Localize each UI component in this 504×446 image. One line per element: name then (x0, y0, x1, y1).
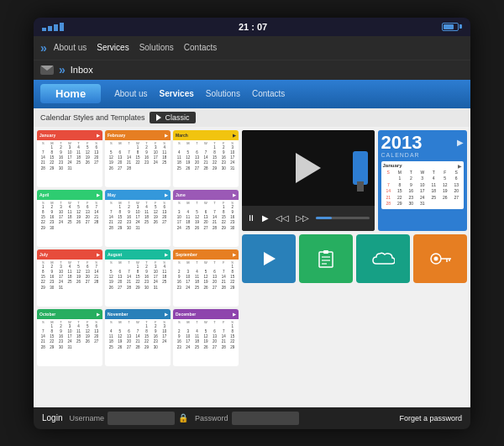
play-icon (259, 249, 279, 269)
phone-frame: 21 : 07 » About us Services Solutions Co… (34, 18, 470, 429)
icon-tiles (242, 234, 467, 283)
forward-button[interactable]: ▷▷ (296, 213, 309, 223)
calendar-august: August ▶ SMTWTFS 1234 567891011 12131415… (105, 249, 171, 307)
blue-nav: Home About us Services Solutions Contact… (34, 80, 470, 108)
calendar-june: June ▶ SMTWTFS 12 3456789 10111213141516… (173, 190, 239, 247)
nav-bar: » About us Services Solutions Contacts (34, 36, 470, 60)
may-days: SMTWTFS 123456 78910111213 1415161718192… (105, 200, 171, 232)
calendar-2013: 2013 ▶ CALENDAR January ▶ SMTWTFS 12345 (378, 130, 467, 231)
nav-solutions[interactable]: Solutions (139, 43, 174, 52)
nav-contacts[interactable]: Contacts (184, 43, 217, 52)
sep-label: September (176, 252, 197, 257)
blue-nav-contacts[interactable]: Contacts (252, 89, 285, 98)
tile-play[interactable] (242, 234, 296, 283)
calendar-section: January ▶ SMTWTFS 123456 78910111213 141… (37, 130, 239, 404)
blue-nav-solutions[interactable]: Solutions (206, 89, 240, 98)
username-group: Username 🔒 (69, 412, 188, 425)
password-label: Password (195, 414, 228, 422)
calendar-may: May ▶ SMTWTFS 123456 78910111213 1415161… (105, 190, 171, 247)
key-icon (429, 250, 451, 267)
cal-2013-year: 2013 (381, 134, 423, 152)
signal-bar-3 (54, 24, 58, 31)
cal-row-1: January ▶ SMTWTFS 123456 78910111213 141… (37, 130, 239, 187)
cloud-icon (371, 250, 395, 267)
signal-bar-4 (60, 23, 64, 31)
feb-label: February (108, 133, 125, 138)
username-label: Username (69, 414, 104, 422)
calendar-july: July ▶ SMTWTFS 1234567 891011121314 1516… (37, 249, 102, 307)
calendar-november: November ▶ SMTWTFS 123 45678910 11121314… (105, 309, 171, 366)
usb-dongle (353, 151, 368, 185)
forgot-password-link[interactable]: Forget a password (399, 414, 462, 422)
oct-days: SMTWTFS 123456 78910111213 1415161718192… (37, 319, 102, 351)
dec-nav: ▶ (233, 312, 236, 317)
cal-2013-label: CALENDAR (381, 152, 464, 158)
mar-nav: ▶ (233, 133, 236, 138)
battery-fill (444, 24, 454, 29)
username-input[interactable] (108, 412, 175, 425)
sep-nav: ▶ (233, 252, 236, 257)
login-bar: Login Username 🔒 Password Forget a passw… (34, 407, 470, 429)
jul-label: July (39, 252, 48, 257)
lock-icon: 🔒 (178, 413, 188, 422)
pause-button[interactable]: ⏸ (247, 213, 255, 223)
password-group: Password (195, 412, 299, 425)
progress-bar[interactable] (316, 217, 370, 219)
apr-nav: ▶ (97, 192, 100, 197)
progress-fill (316, 217, 332, 219)
video-play-icon[interactable] (296, 153, 321, 183)
blue-nav-services[interactable]: Services (160, 89, 194, 98)
email-icon (40, 66, 54, 75)
nav-about[interactable]: About us (54, 43, 87, 52)
top-right-row: ⏸ ▶ ◁◁ ▷▷ 2013 ▶ (242, 130, 467, 231)
password-input[interactable] (232, 412, 299, 425)
calendar-february: February ▶ SMTWTFS 1234 567891011 121314… (105, 130, 171, 187)
tile-key[interactable] (413, 234, 467, 283)
aug-days: SMTWTFS 1234 567891011 12131415161718 19… (105, 260, 171, 291)
time-display: 21 : 07 (239, 22, 267, 32)
rewind-button[interactable]: ◁◁ (276, 213, 289, 223)
aug-nav: ▶ (165, 252, 168, 257)
may-nav: ▶ (165, 192, 168, 197)
classic-button[interactable]: Classic (150, 112, 196, 123)
cal-2013-next[interactable]: ▶ (457, 138, 464, 147)
video-controls: ⏸ ▶ ◁◁ ▷▷ (242, 206, 375, 231)
home-button[interactable]: Home (40, 84, 101, 103)
calendar-styles-bar: Calendar Styles and Templates Classic (34, 108, 470, 127)
cal-row-3: July ▶ SMTWTFS 1234567 891011121314 1516… (37, 249, 239, 307)
jan-nav: ▶ (97, 133, 100, 138)
jun-label: June (176, 192, 186, 197)
nav-services[interactable]: Services (97, 43, 129, 52)
blue-nav-about[interactable]: About us (114, 89, 147, 98)
play-button[interactable]: ▶ (262, 213, 269, 223)
calendar-december: December ▶ SMTWTFS 1 2345678 91011121314… (173, 309, 239, 366)
tile-cloud[interactable] (356, 234, 410, 283)
svg-rect-1 (319, 252, 333, 267)
oct-nav: ▶ (97, 312, 100, 317)
right-section: ⏸ ▶ ◁◁ ▷▷ 2013 ▶ (242, 130, 467, 404)
jan-days: SMTWTFS 123456 78910111213 1415161718192… (37, 140, 102, 172)
status-bar: 21 : 07 (34, 18, 470, 36)
dec-days: SMTWTFS 1 2345678 9101112131415 16171819… (173, 319, 239, 351)
sep-days: SMTWTFS 1 2345678 9101112131415 16171819… (173, 260, 239, 291)
cal-row-4: October ▶ SMTWTFS 123456 78910111213 141… (37, 309, 239, 366)
login-label: Login (42, 413, 62, 422)
jan-label: January (39, 133, 55, 138)
calendar-march: March ▶ SMTWTFS 123 45678910 11121314151… (173, 130, 239, 187)
mar-label: March (176, 133, 188, 138)
cal-2013-nav: 2013 ▶ (381, 134, 464, 152)
tile-list[interactable] (299, 234, 353, 283)
battery-body (442, 23, 459, 31)
mar-days: SMTWTFS 123 45678910 11121314151617 1819… (173, 140, 239, 172)
inbox-arrows-icon: » (59, 63, 66, 76)
clipboard-icon (318, 249, 334, 268)
calendar-april: April ▶ SMTWTFS 1234567 891011121314 151… (37, 190, 102, 247)
cal-2013-days: SMTWTFS 123456 78910111213 1415161718192… (383, 170, 462, 207)
jun-days: SMTWTFS 12 3456789 10111213141516 171819… (173, 200, 239, 232)
apr-label: April (39, 192, 49, 197)
classic-label: Classic (165, 113, 189, 122)
blue-nav-links: About us Services Solutions Contacts (114, 89, 285, 98)
signal-bars (42, 23, 64, 31)
calendar-bar-label: Calendar Styles and Templates (40, 113, 144, 122)
video-player: ⏸ ▶ ◁◁ ▷▷ (242, 130, 375, 231)
